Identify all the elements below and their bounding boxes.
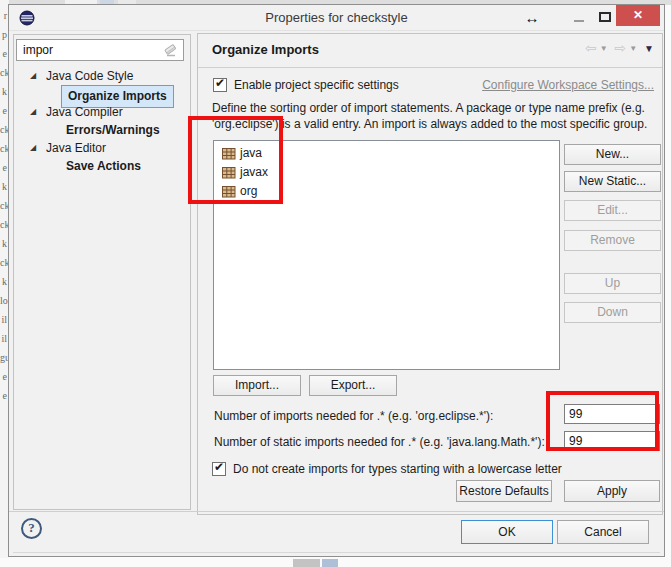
filter-input[interactable] <box>16 39 184 61</box>
annotation-rect-import-groups <box>188 116 283 204</box>
window-title: Properties for checkstyle <box>9 5 664 30</box>
footer-separator <box>9 511 664 512</box>
tree-item-organize-imports[interactable]: Organize Imports <box>14 85 190 103</box>
tree-item-save-actions[interactable]: Save Actions <box>14 157 190 175</box>
import-button[interactable]: Import... <box>213 375 301 396</box>
down-button: Down <box>564 302 661 323</box>
header-separator <box>198 67 662 68</box>
export-button[interactable]: Export... <box>309 375 397 396</box>
dialog-inner-border <box>13 552 660 553</box>
properties-dialog: Properties for checkstyle ↔ ✕ ◢ Java Cod… <box>8 4 665 557</box>
tree-item-errors-warnings[interactable]: Errors/Warnings <box>14 121 190 139</box>
tree-item-java-editor[interactable]: ◢ Java Editor <box>14 139 190 157</box>
expanded-twistie-icon[interactable]: ◢ <box>30 108 36 116</box>
new-static-button[interactable]: New Static... <box>564 171 661 192</box>
help-button[interactable]: ? <box>21 518 42 539</box>
expanded-twistie-icon[interactable]: ◢ <box>30 144 36 152</box>
back-arrow-icon[interactable]: ⇦ <box>585 40 597 56</box>
edit-button: Edit... <box>564 200 661 221</box>
checkmark-icon: ✔ <box>214 460 224 474</box>
lowercase-imports-checkbox[interactable]: ✔ <box>212 462 226 476</box>
annotation-rect-import-counts <box>546 391 659 451</box>
title-bar[interactable]: Properties for checkstyle ↔ ✕ <box>9 5 664 31</box>
page-title: Organize Imports <box>212 42 319 57</box>
new-button[interactable]: New... <box>564 144 661 165</box>
background-taskbar-fragment <box>322 559 338 567</box>
restore-defaults-button[interactable]: Restore Defaults <box>456 480 552 502</box>
close-button[interactable]: ✕ <box>616 5 660 26</box>
ok-button[interactable]: OK <box>461 520 553 544</box>
forward-history-dropdown-icon[interactable]: ▼ <box>629 44 637 53</box>
enable-project-settings-checkbox[interactable]: ✔ <box>213 78 227 92</box>
configure-workspace-settings-link[interactable]: Configure Workspace Settings... <box>482 78 654 92</box>
eclipse-logo-icon <box>19 10 35 29</box>
preferences-sidebar: ◢ Java Code Style Organize Imports ◢ Jav… <box>13 34 191 510</box>
view-menu-icon[interactable]: ▼ <box>644 43 654 54</box>
lowercase-imports-label[interactable]: Do not create imports for types starting… <box>233 462 562 476</box>
preferences-tree: ◢ Java Code Style Organize Imports ◢ Jav… <box>14 67 190 175</box>
expanded-twistie-icon[interactable]: ◢ <box>30 72 36 80</box>
maximize-button[interactable] <box>593 7 617 28</box>
background-clipped-text: r p e ck k e ck ck e k ck ck k ck k lo i… <box>0 6 7 405</box>
up-button: Up <box>564 273 661 294</box>
minimize-button[interactable] <box>567 7 591 28</box>
page-navigation: ⇦▼ ⇨▼ ▼ <box>582 40 654 56</box>
clear-filter-icon[interactable] <box>162 43 178 60</box>
tree-item-java-compiler[interactable]: ◢ Java Compiler <box>14 103 190 121</box>
tree-item-java-code-style[interactable]: ◢ Java Code Style <box>14 67 190 85</box>
remove-button: Remove <box>564 230 661 251</box>
apply-button[interactable]: Apply <box>564 480 660 502</box>
enable-project-settings-label[interactable]: Enable project specific settings <box>234 78 399 92</box>
cancel-button[interactable]: Cancel <box>557 520 649 544</box>
restore-size-icon[interactable]: ↔ <box>521 7 543 29</box>
back-history-dropdown-icon[interactable]: ▼ <box>600 44 608 53</box>
background-taskbar-fragment <box>293 559 320 567</box>
static-imports-needed-label: Number of static imports needed for .* (… <box>214 435 545 449</box>
forward-arrow-icon[interactable]: ⇨ <box>615 40 627 56</box>
imports-needed-label: Number of imports needed for .* (e.g. 'o… <box>214 409 493 423</box>
checkmark-icon: ✔ <box>215 76 225 90</box>
